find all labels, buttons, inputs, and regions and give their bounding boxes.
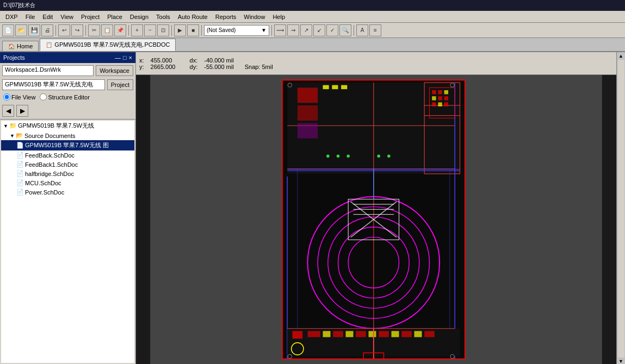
tree-file-halfbridge[interactable]: 📄 halfbridge.SchDoc xyxy=(1,169,134,178)
panel-back-btn[interactable]: ◀ xyxy=(2,105,14,117)
dropdown-arrow: ▼ xyxy=(261,27,267,33)
radio-fileview[interactable] xyxy=(3,93,10,101)
menu-place[interactable]: Place xyxy=(104,12,126,21)
tree-folder-expand-icon: ▼ xyxy=(10,133,15,139)
tree-file-mcu[interactable]: 📄 MCU.SchDoc xyxy=(1,178,134,187)
tb-undo[interactable]: ↩ xyxy=(58,24,70,36)
menu-file[interactable]: File xyxy=(22,12,39,21)
tb-route2[interactable]: ⇝ xyxy=(287,24,299,36)
tree-file-pcb[interactable]: 📄 GPMW5019B 苹果7.5W无线 图 xyxy=(1,140,134,150)
radio-structure-label[interactable]: Structure Editor xyxy=(40,93,89,101)
panel-forward-btn[interactable]: ▶ xyxy=(16,105,28,117)
tb-new[interactable]: 📄 xyxy=(2,24,14,36)
tb-route4[interactable]: ↙ xyxy=(313,24,325,36)
tb-zoom-out[interactable]: − xyxy=(144,24,156,36)
coord-snap: Snap: 5mil xyxy=(245,64,273,70)
menu-bar: DXP File Edit View Project Place Design … xyxy=(0,11,625,23)
menu-project[interactable]: Project xyxy=(78,12,103,21)
svg-rect-38 xyxy=(438,102,442,106)
svg-rect-32 xyxy=(438,90,442,94)
tree-file-feedback1[interactable]: 📄 FeedBack1.SchDoc xyxy=(1,160,134,169)
project-tree[interactable]: ▼ 📁 GPMW5019B 苹果7.5W无线 ▼ 📂 Source Docume… xyxy=(1,121,134,363)
tb-redo[interactable]: ↪ xyxy=(71,24,83,36)
tb-route3[interactable]: ↗ xyxy=(300,24,312,36)
tb-stop[interactable]: ■ xyxy=(187,24,199,36)
menu-autoroute[interactable]: Auto Route xyxy=(175,12,211,21)
sep2 xyxy=(85,25,86,36)
tree-file-power[interactable]: 📄 Power.SchDoc xyxy=(1,187,134,197)
tb-run[interactable]: ▶ xyxy=(174,24,186,36)
tb-cut[interactable]: ✂ xyxy=(88,24,100,36)
left-panel: Projects — □ × Workspace1.DsnWrk Workspa… xyxy=(0,52,136,364)
sep1 xyxy=(55,25,56,36)
tb-zoom-in[interactable]: + xyxy=(131,24,143,36)
menu-view[interactable]: View xyxy=(57,12,77,21)
menu-help[interactable]: Help xyxy=(269,12,288,21)
tree-root[interactable]: ▼ 📁 GPMW5019B 苹果7.5W无线 xyxy=(1,121,134,131)
workspace-row: Workspace1.DsnWrk Workspace xyxy=(0,63,135,78)
right-scrollbar[interactable]: ▲ ▼ xyxy=(616,52,625,364)
tb-paste[interactable]: 📌 xyxy=(114,24,126,36)
menu-window[interactable]: Window xyxy=(240,12,268,21)
tb-save[interactable]: 💾 xyxy=(28,24,40,36)
panel-header: Projects — □ × xyxy=(0,52,135,63)
tab-home-label: Home xyxy=(17,43,33,49)
workspace-button[interactable]: Workspace xyxy=(96,65,133,76)
svg-rect-26 xyxy=(332,85,338,89)
svg-point-60 xyxy=(387,155,391,158)
panel-close-btn[interactable]: × xyxy=(129,54,132,61)
coord-bar: x: 455.000 dx: -40.000 mil y: 2665.000 d… xyxy=(136,52,616,75)
panel-float-btn[interactable]: □ xyxy=(123,54,127,61)
tree-file-0-label: GPMW5019B 苹果7.5W无线 图 xyxy=(25,141,109,149)
main-layout: Projects — □ × Workspace1.DsnWrk Workspa… xyxy=(0,52,625,364)
project-row: GPMW5019B 苹果7.5W无线充电 Project xyxy=(0,78,135,91)
tab-pcb[interactable]: 📋 GPMW5019B 苹果7.5W无线充电.PCBDOC xyxy=(40,39,176,51)
project-button[interactable]: Project xyxy=(107,79,133,90)
title-bar: D:\[07]技术合 xyxy=(0,0,625,11)
pcb-canvas[interactable]: GPMW5019B xyxy=(136,75,616,364)
radio-structure[interactable] xyxy=(40,93,47,101)
tb-inspect[interactable]: 🔍 xyxy=(339,24,351,36)
svg-point-58 xyxy=(346,155,350,158)
radio-fileview-label[interactable]: File View xyxy=(3,93,35,101)
toolbar: 📄 📂 💾 🖨 ↩ ↪ ✂ 📋 📌 + − ⊡ ▶ ■ (Not Saved) … xyxy=(0,23,625,38)
project-name: GPMW5019B 苹果7.5W无线充电 xyxy=(2,79,105,90)
tb-open[interactable]: 📂 xyxy=(15,24,27,36)
panel-minimize-btn[interactable]: — xyxy=(115,54,121,61)
workspace-dropdown[interactable]: Workspace1.DsnWrk xyxy=(2,65,94,76)
svg-rect-28 xyxy=(298,87,318,103)
tb-print[interactable]: 🖨 xyxy=(41,24,53,36)
svg-rect-43 xyxy=(308,331,320,337)
radio-structure-text: Structure Editor xyxy=(48,94,89,101)
svg-rect-36 xyxy=(444,96,448,100)
tab-home[interactable]: 🏠 Home xyxy=(2,41,39,51)
tree-expand-icon: ▼ xyxy=(3,123,8,129)
tb-copy[interactable]: 📋 xyxy=(101,24,113,36)
panel-toolbar: ◀ ▶ xyxy=(0,103,135,120)
tree-file-icon-0: 📄 xyxy=(16,142,24,149)
coord-x-label: x: xyxy=(139,57,144,64)
scroll-down-btn[interactable]: ▼ xyxy=(618,359,623,364)
tree-file-feedback[interactable]: 📄 FeedBack.SchDoc xyxy=(1,150,134,160)
title-text: D:\[07]技术合 xyxy=(3,2,35,9)
menu-reports[interactable]: Reports xyxy=(212,12,240,21)
workspace-value: Workspace1.DsnWrk xyxy=(5,66,61,73)
file-status-dropdown[interactable]: (Not Saved) ▼ xyxy=(204,25,269,36)
tree-folder-icon: 📂 xyxy=(16,132,23,139)
menu-tools[interactable]: Tools xyxy=(153,12,174,21)
svg-point-57 xyxy=(337,155,340,158)
menu-edit[interactable]: Edit xyxy=(39,12,56,21)
coord-dx-value: -40.000 mil xyxy=(204,57,233,64)
tb-zoom-fit[interactable]: ⊡ xyxy=(157,24,169,36)
menu-design[interactable]: Design xyxy=(127,12,152,21)
svg-rect-50 xyxy=(392,331,399,337)
tb-text[interactable]: A xyxy=(356,24,368,36)
tree-source-docs[interactable]: ▼ 📂 Source Documents xyxy=(1,131,134,140)
tb-route1[interactable]: ⟿ xyxy=(274,24,286,36)
coord-dx-label: dx: xyxy=(190,57,198,64)
tb-drc[interactable]: ✓ xyxy=(326,24,338,36)
scroll-up-btn[interactable]: ▲ xyxy=(618,53,623,59)
sep3 xyxy=(128,25,129,36)
menu-dxp[interactable]: DXP xyxy=(2,12,21,21)
tb-misc[interactable]: ≡ xyxy=(369,24,381,36)
